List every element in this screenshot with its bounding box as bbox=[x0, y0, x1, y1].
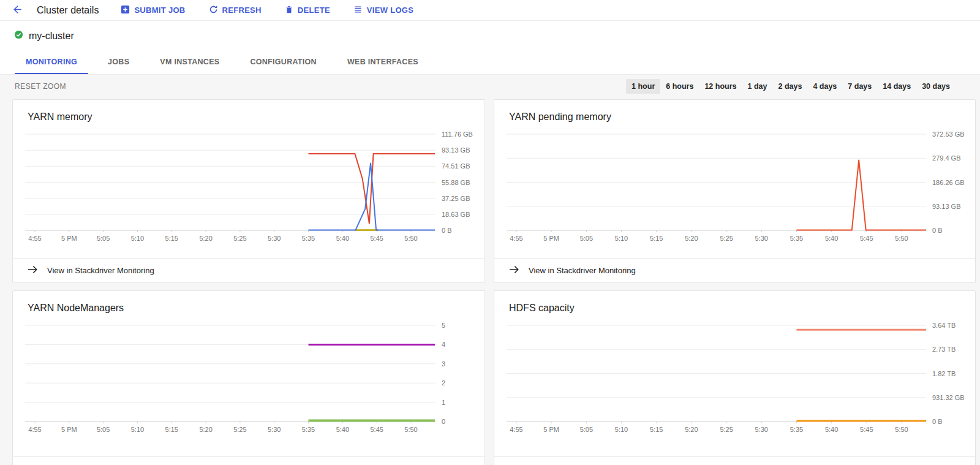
arrow-right-icon bbox=[509, 265, 519, 276]
range-6-hours[interactable]: 6 hours bbox=[660, 79, 699, 94]
svg-text:5:40: 5:40 bbox=[336, 426, 349, 433]
chart-title: YARN NodeManagers bbox=[13, 291, 484, 314]
svg-text:18.63 GB: 18.63 GB bbox=[442, 211, 470, 218]
svg-text:0: 0 bbox=[442, 418, 445, 425]
refresh-button[interactable]: REFRESH bbox=[208, 2, 263, 18]
yarn-pending-memory-chart[interactable]: 372.53 GB279.4 GB186.26 GB93.13 GB0 B4:5… bbox=[494, 123, 975, 248]
view-in-stackdriver-link[interactable]: View in Stackdriver Monitoring bbox=[509, 265, 636, 276]
svg-text:0 B: 0 B bbox=[442, 227, 452, 234]
reset-zoom-button[interactable]: RESET ZOOM bbox=[15, 80, 66, 93]
range-1-day[interactable]: 1 day bbox=[742, 79, 773, 94]
range-4-days[interactable]: 4 days bbox=[807, 79, 842, 94]
card-footer bbox=[494, 456, 975, 465]
svg-text:5:35: 5:35 bbox=[302, 235, 315, 242]
yarn-nodemanagers-chart[interactable]: 5432104:555 PM5:055:105:155:205:255:305:… bbox=[13, 314, 484, 439]
svg-text:5:50: 5:50 bbox=[895, 235, 908, 242]
svg-text:93.13 GB: 93.13 GB bbox=[442, 146, 470, 154]
tab-web-interfaces[interactable]: WEB INTERFACES bbox=[336, 49, 429, 74]
svg-text:5:45: 5:45 bbox=[860, 426, 873, 433]
yarn-memory-chart[interactable]: 111.76 GB93.13 GB74.51 GB55.88 GB37.25 G… bbox=[13, 123, 484, 248]
tab-jobs[interactable]: JOBS bbox=[97, 49, 140, 74]
view-in-stackdriver-link[interactable]: View in Stackdriver Monitoring bbox=[28, 265, 154, 276]
card-footer: View in Stackdriver Monitoring bbox=[494, 258, 975, 282]
range-7-days[interactable]: 7 days bbox=[842, 79, 877, 94]
back-button[interactable] bbox=[9, 2, 26, 19]
svg-text:5:35: 5:35 bbox=[302, 426, 315, 433]
arrow-right-icon bbox=[28, 265, 38, 276]
arrow-back-icon bbox=[12, 4, 23, 17]
svg-text:37.25 GB: 37.25 GB bbox=[442, 195, 470, 202]
range-12-hours[interactable]: 12 hours bbox=[699, 79, 742, 94]
svg-text:5:40: 5:40 bbox=[825, 426, 838, 433]
range-2-days[interactable]: 2 days bbox=[772, 79, 807, 94]
svg-text:5:35: 5:35 bbox=[790, 426, 803, 433]
svg-text:0 B: 0 B bbox=[932, 418, 943, 425]
svg-text:3.64 TB: 3.64 TB bbox=[932, 322, 956, 329]
svg-text:5:35: 5:35 bbox=[790, 235, 803, 242]
card-hdfs-capacity: HDFS capacity 3.64 TB2.73 TB1.82 TB931.3… bbox=[494, 290, 976, 465]
chart-title: YARN pending memory bbox=[494, 100, 975, 123]
svg-text:4:55: 4:55 bbox=[510, 235, 522, 242]
svg-text:5:50: 5:50 bbox=[404, 235, 417, 242]
app-bar: Cluster details SUBMIT JOB REFRESH DELET… bbox=[0, 0, 980, 21]
svg-text:0 B: 0 B bbox=[932, 227, 943, 234]
svg-text:5:25: 5:25 bbox=[720, 235, 733, 242]
range-1-hour[interactable]: 1 hour bbox=[626, 79, 660, 94]
svg-text:5:25: 5:25 bbox=[233, 235, 246, 242]
svg-text:1.82 TB: 1.82 TB bbox=[932, 370, 956, 377]
svg-text:5:10: 5:10 bbox=[131, 235, 144, 242]
card-yarn-memory: YARN memory 111.76 GB93.13 GB74.51 GB55.… bbox=[12, 99, 485, 283]
chart-title: YARN memory bbox=[13, 100, 484, 123]
svg-text:5:25: 5:25 bbox=[720, 426, 733, 433]
svg-text:5 PM: 5 PM bbox=[543, 426, 559, 433]
svg-text:4:55: 4:55 bbox=[28, 426, 41, 433]
svg-text:186.26 GB: 186.26 GB bbox=[932, 179, 965, 186]
svg-text:5:40: 5:40 bbox=[825, 235, 838, 242]
range-14-days[interactable]: 14 days bbox=[877, 79, 916, 94]
svg-text:5: 5 bbox=[442, 322, 445, 329]
svg-text:4:55: 4:55 bbox=[28, 235, 41, 242]
svg-text:3: 3 bbox=[442, 360, 445, 368]
svg-text:279.4 GB: 279.4 GB bbox=[932, 154, 960, 162]
range-30-days[interactable]: 30 days bbox=[916, 79, 956, 94]
chart-toolbar: RESET ZOOM 1 hour 6 hours 12 hours 1 day… bbox=[0, 75, 980, 97]
svg-text:4: 4 bbox=[442, 341, 445, 348]
tab-monitoring[interactable]: MONITORING bbox=[15, 49, 88, 74]
page-title: Cluster details bbox=[37, 5, 99, 16]
svg-text:93.13 GB: 93.13 GB bbox=[932, 203, 960, 210]
submit-job-button[interactable]: SUBMIT JOB bbox=[119, 2, 186, 18]
tab-configuration[interactable]: CONFIGURATION bbox=[239, 49, 328, 74]
trash-icon bbox=[285, 5, 293, 16]
delete-button[interactable]: DELETE bbox=[284, 2, 331, 18]
view-logs-button[interactable]: VIEW LOGS bbox=[352, 2, 415, 18]
tab-bar: MONITORING JOBS VM INSTANCES CONFIGURATI… bbox=[0, 49, 980, 75]
card-footer: View in Stackdriver Monitoring bbox=[13, 258, 484, 282]
svg-text:5:30: 5:30 bbox=[755, 235, 768, 242]
svg-text:5 PM: 5 PM bbox=[543, 235, 559, 242]
svg-text:5:30: 5:30 bbox=[268, 426, 281, 433]
svg-text:5:05: 5:05 bbox=[97, 235, 110, 242]
hdfs-capacity-chart[interactable]: 3.64 TB2.73 TB1.82 TB931.32 GB0 B4:555 P… bbox=[494, 314, 975, 439]
svg-text:5 PM: 5 PM bbox=[61, 426, 77, 433]
svg-text:5:15: 5:15 bbox=[165, 426, 178, 433]
card-footer bbox=[13, 456, 484, 465]
svg-text:74.51 GB: 74.51 GB bbox=[442, 162, 470, 170]
svg-text:5:30: 5:30 bbox=[755, 426, 768, 433]
svg-text:5:10: 5:10 bbox=[615, 235, 628, 242]
svg-text:111.76 GB: 111.76 GB bbox=[442, 130, 473, 138]
svg-text:5:45: 5:45 bbox=[370, 426, 383, 433]
svg-text:5:20: 5:20 bbox=[685, 235, 698, 242]
svg-text:5:05: 5:05 bbox=[580, 235, 593, 242]
cluster-name: my-cluster bbox=[29, 31, 74, 42]
tab-vm-instances[interactable]: VM INSTANCES bbox=[149, 49, 230, 74]
svg-text:5:10: 5:10 bbox=[615, 426, 628, 433]
svg-text:5:50: 5:50 bbox=[404, 426, 417, 433]
svg-text:5:05: 5:05 bbox=[580, 426, 593, 433]
add-box-icon bbox=[121, 5, 130, 16]
svg-text:4:55: 4:55 bbox=[510, 426, 522, 433]
svg-text:5:20: 5:20 bbox=[199, 235, 212, 242]
svg-text:5:45: 5:45 bbox=[860, 235, 873, 242]
svg-text:931.32 GB: 931.32 GB bbox=[932, 394, 965, 401]
svg-text:1: 1 bbox=[442, 399, 445, 406]
refresh-icon bbox=[209, 5, 218, 16]
